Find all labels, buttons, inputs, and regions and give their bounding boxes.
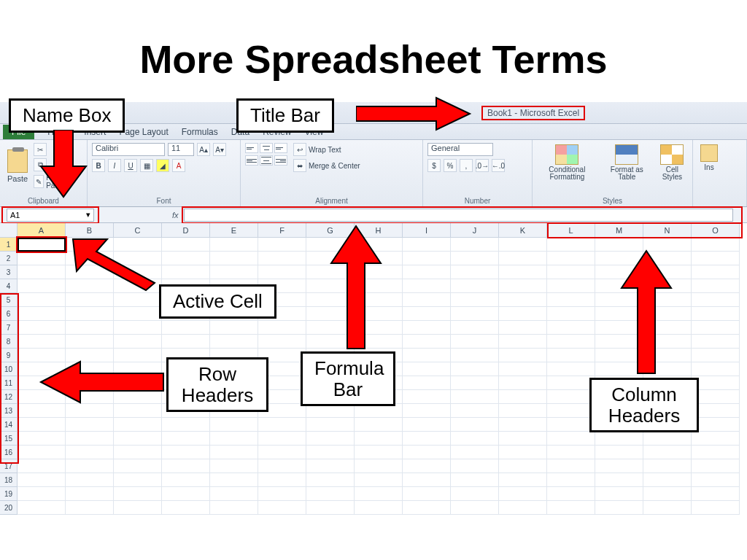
cell[interactable] <box>258 418 306 432</box>
cell[interactable] <box>451 487 499 501</box>
cell[interactable] <box>114 293 162 307</box>
cell[interactable] <box>451 349 499 362</box>
cell[interactable] <box>66 473 114 487</box>
cell[interactable] <box>499 390 547 404</box>
cell[interactable] <box>18 321 66 335</box>
cell[interactable] <box>547 404 595 418</box>
cell[interactable] <box>162 252 210 265</box>
cell[interactable] <box>258 335 306 349</box>
cell[interactable] <box>210 459 258 473</box>
cell[interactable] <box>692 459 740 473</box>
cell[interactable] <box>499 418 547 432</box>
cell[interactable] <box>162 335 210 349</box>
cell[interactable] <box>114 404 162 418</box>
cell[interactable] <box>18 501 66 515</box>
cell[interactable] <box>643 487 692 501</box>
cell[interactable] <box>547 265 595 279</box>
cell[interactable] <box>306 459 355 473</box>
cell[interactable] <box>451 307 499 321</box>
font-name-select[interactable]: Calibri <box>92 143 165 156</box>
cell[interactable] <box>114 446 162 459</box>
cell[interactable] <box>451 473 499 487</box>
cell[interactable] <box>403 265 451 279</box>
cell[interactable] <box>258 446 306 459</box>
cell[interactable] <box>355 446 403 459</box>
cell[interactable] <box>451 390 499 404</box>
column-header-E[interactable]: E <box>210 223 258 238</box>
cell[interactable] <box>692 501 740 515</box>
cell[interactable] <box>692 307 740 321</box>
tab-formulas[interactable]: Formulas <box>182 127 218 137</box>
cell[interactable] <box>547 238 595 252</box>
cell[interactable] <box>18 418 66 432</box>
decrease-decimal-button[interactable]: ←.0 <box>492 159 505 172</box>
cell[interactable] <box>114 432 162 446</box>
column-header-K[interactable]: K <box>499 223 547 238</box>
cell[interactable] <box>547 390 595 404</box>
cell[interactable] <box>595 487 643 501</box>
cell[interactable] <box>66 335 114 349</box>
row-header-19[interactable]: 19 <box>0 487 18 501</box>
cell[interactable] <box>547 376 595 390</box>
cell[interactable] <box>547 418 595 432</box>
conditional-formatting-button[interactable]: Conditional Formatting <box>537 143 597 182</box>
cell[interactable] <box>499 446 547 459</box>
cell[interactable] <box>643 446 692 459</box>
grow-font-button[interactable]: A▴ <box>197 143 210 156</box>
cell[interactable] <box>18 252 66 265</box>
cell[interactable] <box>403 418 451 432</box>
cell[interactable] <box>451 265 499 279</box>
cell[interactable] <box>114 473 162 487</box>
cell[interactable] <box>114 487 162 501</box>
cell[interactable] <box>114 418 162 432</box>
cell[interactable] <box>210 501 258 515</box>
row-header-20[interactable]: 20 <box>0 501 18 515</box>
cell-styles-button[interactable]: Cell Styles <box>657 143 688 182</box>
cell[interactable] <box>451 335 499 349</box>
cell[interactable] <box>162 321 210 335</box>
wrap-text-button[interactable]: ↩ Wrap Text <box>293 143 360 156</box>
cell[interactable] <box>66 446 114 459</box>
cell[interactable] <box>547 459 595 473</box>
merge-center-button[interactable]: ⬌ Merge & Center <box>293 159 360 172</box>
border-button[interactable]: ▦ <box>140 159 153 172</box>
cell[interactable] <box>18 459 66 473</box>
cell[interactable] <box>403 321 451 335</box>
cell[interactable] <box>403 501 451 515</box>
cell[interactable] <box>403 279 451 293</box>
cell[interactable] <box>403 404 451 418</box>
cell[interactable] <box>692 335 740 349</box>
cell[interactable] <box>499 335 547 349</box>
cell[interactable] <box>499 487 547 501</box>
cell[interactable] <box>451 432 499 446</box>
cell[interactable] <box>66 404 114 418</box>
cell[interactable] <box>547 501 595 515</box>
cell[interactable] <box>499 459 547 473</box>
cell[interactable] <box>643 473 692 487</box>
name-box[interactable]: A1 ▾ <box>7 209 94 222</box>
cell[interactable] <box>18 279 66 293</box>
percent-button[interactable]: % <box>444 159 457 172</box>
cell[interactable] <box>692 432 740 446</box>
cell[interactable] <box>18 293 66 307</box>
cell[interactable] <box>451 362 499 376</box>
cell[interactable] <box>66 418 114 432</box>
cell[interactable] <box>547 473 595 487</box>
cell[interactable] <box>499 279 547 293</box>
cell[interactable] <box>18 265 66 279</box>
cell[interactable] <box>258 459 306 473</box>
italic-button[interactable]: I <box>108 159 121 172</box>
cell[interactable] <box>355 418 403 432</box>
cell[interactable] <box>692 446 740 459</box>
cell[interactable] <box>162 446 210 459</box>
cell[interactable] <box>692 349 740 362</box>
cell[interactable] <box>258 473 306 487</box>
cell[interactable] <box>499 307 547 321</box>
cell[interactable] <box>403 459 451 473</box>
row-header-2[interactable]: 2 <box>0 252 18 265</box>
cell[interactable] <box>258 265 306 279</box>
increase-decimal-button[interactable]: .0→ <box>476 159 489 172</box>
cell[interactable] <box>403 487 451 501</box>
cell[interactable] <box>499 252 547 265</box>
cell[interactable] <box>210 473 258 487</box>
